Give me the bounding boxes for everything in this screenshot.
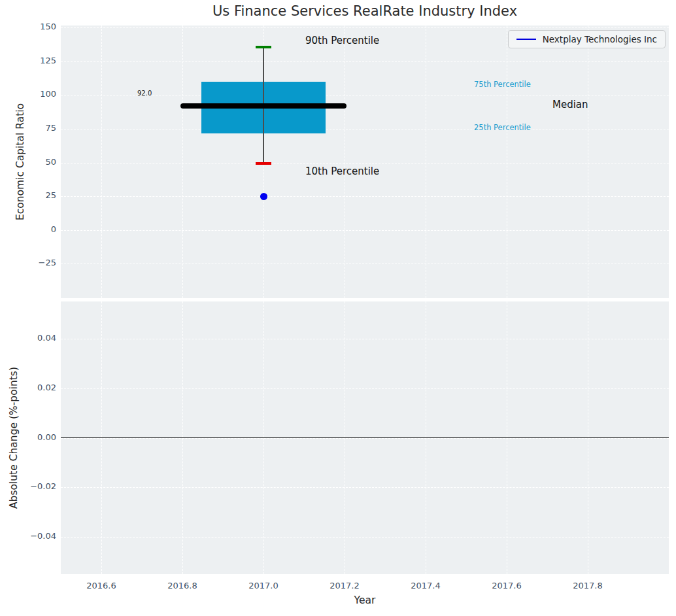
gridline-vertical: [507, 26, 507, 298]
xtick-label: 2017.4: [403, 581, 448, 590]
annotation-median-value: 92.0: [137, 90, 152, 97]
p90-cap: [256, 46, 271, 48]
p10-cap: [256, 162, 271, 165]
gridline-horizontal: [61, 339, 669, 339]
xtick-label: 2016.8: [160, 581, 205, 590]
gridline-vertical: [426, 26, 426, 298]
gridline-vertical: [182, 26, 183, 298]
ytick-label: 150: [18, 22, 56, 31]
gridline-vertical: [101, 26, 102, 298]
ytick-label: −25: [18, 258, 56, 267]
gridline-vertical: [588, 26, 588, 298]
company-point: [260, 193, 267, 200]
median-line: [180, 103, 346, 109]
label-25th-percentile: 25th Percentile: [474, 123, 531, 132]
ytick-label: 75: [18, 123, 56, 133]
gridline-horizontal: [61, 537, 669, 538]
bottom-plot-area: [61, 301, 669, 574]
legend-label: Nextplay Technologies Inc: [543, 34, 657, 44]
xtick-label: 2016.6: [78, 581, 124, 590]
gridline-vertical: [345, 26, 345, 298]
gridline-horizontal: [61, 129, 669, 129]
gridline-horizontal: [61, 196, 669, 197]
ytick-label: 125: [18, 56, 56, 65]
annotation-10th-percentile: 10th Percentile: [305, 165, 379, 177]
ytick-label: −0.04: [18, 531, 56, 541]
figure: Us Finance Services RealRate Industry In…: [0, 0, 676, 616]
ytick-label: 100: [18, 89, 56, 99]
chart-title: Us Finance Services RealRate Industry In…: [61, 3, 669, 19]
xtick-label: 2017.8: [565, 581, 611, 590]
label-median: Median: [552, 99, 588, 111]
legend-line-icon: [516, 39, 536, 41]
top-plot-area: 90th Percentile 10th Percentile 92.0 75t…: [61, 26, 669, 298]
xtick-label: 2017.6: [484, 581, 530, 590]
label-75th-percentile: 75th Percentile: [474, 80, 531, 89]
gridline-horizontal: [61, 163, 669, 163]
gridline-horizontal: [61, 61, 669, 62]
ytick-label: 0: [18, 224, 56, 234]
ytick-label: 25: [18, 190, 56, 200]
gridline-horizontal: [61, 95, 669, 95]
legend: Nextplay Technologies Inc: [508, 30, 666, 48]
zero-line: [61, 437, 669, 439]
gridline-horizontal: [61, 264, 669, 264]
xtick-label: 2017.0: [241, 581, 286, 590]
gridline-horizontal: [61, 487, 669, 488]
ytick-label: −0.02: [18, 481, 56, 491]
ytick-label: 50: [18, 157, 56, 167]
ytick-label: 0.04: [18, 333, 56, 343]
gridline-horizontal: [61, 388, 669, 389]
ytick-label: 0.00: [18, 432, 56, 442]
xtick-label: 2017.2: [322, 581, 367, 590]
gridline-horizontal: [61, 230, 669, 231]
annotation-90th-percentile: 90th Percentile: [305, 35, 379, 46]
gridline-horizontal: [61, 27, 669, 28]
ytick-label: 0.02: [18, 383, 56, 392]
x-axis-label: Year: [61, 594, 669, 606]
